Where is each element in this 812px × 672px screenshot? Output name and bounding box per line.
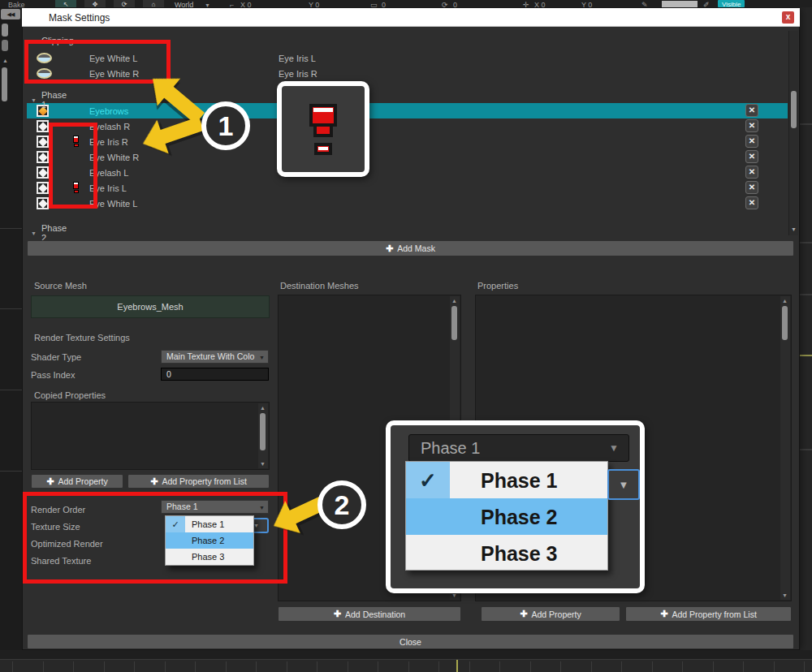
scroll-down-icon[interactable]: ▼ (782, 592, 788, 598)
plus-icon: ✚ (334, 609, 341, 619)
ruler-tick (591, 661, 592, 672)
remove-mask-button[interactable]: ✕ (745, 119, 758, 132)
plus-icon: ✚ (46, 476, 54, 487)
coordinate-field[interactable]: 0 (382, 0, 386, 7)
timeline-ruler[interactable] (0, 659, 812, 672)
scrollbar-thumb[interactable] (451, 306, 457, 340)
ruler-tick (438, 661, 439, 672)
ruler-tick (104, 661, 105, 672)
destination-meshes-header: Destination Meshes (280, 281, 359, 291)
annotation-box-warnings (49, 123, 97, 209)
add-mask-label: Add Mask (397, 243, 435, 253)
add-property-button[interactable]: ✚ Add Property (31, 474, 123, 489)
mask-visibility-checkbox[interactable] (37, 120, 49, 132)
scroll-down-icon[interactable]: ▼ (451, 592, 457, 598)
scroll-down-icon[interactable]: ▼ (260, 461, 266, 467)
plus-icon: ✚ (520, 609, 527, 619)
color-swatch[interactable] (662, 1, 698, 7)
scroll-down-icon[interactable]: ▼ (791, 226, 797, 232)
scrollbar-thumb[interactable] (260, 413, 266, 450)
scroll-up-icon[interactable]: ▲ (260, 405, 266, 411)
scroll-up-icon[interactable]: ▲ (2, 58, 8, 63)
grid-line (0, 390, 22, 390)
grid-line (0, 471, 22, 472)
pass-index-input[interactable]: 0 (161, 368, 269, 381)
step-2-number: 2 (335, 489, 350, 521)
remove-mask-button[interactable]: ✕ (745, 104, 758, 117)
remove-mask-button[interactable]: ✕ (745, 166, 758, 179)
right-margin (800, 7, 812, 672)
plus-icon: ✚ (660, 609, 667, 619)
scroll-up-icon[interactable]: ▲ (782, 298, 788, 304)
sidebar-handle[interactable] (2, 40, 8, 51)
world-dropdown[interactable]: World (175, 0, 193, 7)
coordinate-field[interactable]: 0 (453, 0, 457, 7)
source-mesh-button[interactable]: Eyebrows_Mesh (31, 295, 270, 318)
grid-line (800, 242, 812, 243)
add-destination-button[interactable]: ✚ Add Destination (278, 606, 461, 622)
properties-add-property-button[interactable]: ✚ Add Property (481, 606, 620, 622)
mask-visibility-checkbox[interactable] (37, 136, 49, 148)
visible-toggle-button[interactable]: Visible (718, 0, 745, 7)
listbox-scrollbar[interactable]: ▲ ▼ (780, 296, 790, 600)
mask-row-eye-iris-l[interactable]: Eye Iris L✕ (27, 180, 788, 196)
remove-mask-button[interactable]: ✕ (745, 181, 758, 194)
scrollbar-thumb[interactable] (791, 91, 797, 128)
remove-mask-button[interactable]: ✕ (745, 196, 758, 209)
coordinate-field[interactable]: Y 0 (581, 0, 592, 7)
mask-row-eye-white-r[interactable]: Eye White R✕ (27, 149, 788, 165)
move-tool-button[interactable]: ✥ (84, 0, 106, 7)
grid-line (0, 308, 22, 309)
dialog-titlebar: Mask Settings x (22, 8, 800, 27)
home-tool-button[interactable]: ⌂ (143, 0, 164, 7)
inset-phase-menu: ✓Phase 1Phase 2Phase 3 (405, 461, 608, 571)
app-screen: Bake ↖ ✥ ⟳ ⌂ World ▼ ⌐ ▭ ⟳ ✛ X 0Y 000X 0… (0, 0, 812, 672)
pen-icon[interactable]: ✎ (641, 0, 648, 7)
mask-visibility-checkbox[interactable] (37, 151, 49, 163)
collapse-panel-button[interactable]: ◀◀ (1, 9, 20, 19)
coordinate-field[interactable]: X 0 (534, 0, 546, 7)
add-mask-button[interactable]: ✚ Add Mask (27, 240, 794, 256)
copied-properties-listbox[interactable]: ▲ ▼ (31, 402, 270, 470)
mask-visibility-checkbox[interactable] (37, 166, 49, 179)
ruler-tick (134, 661, 135, 672)
add-property-from-list-button[interactable]: ✚ Add Property from List (127, 474, 270, 489)
grid-line (800, 123, 812, 125)
diamond-icon (38, 122, 47, 131)
ruler-tick (287, 661, 287, 672)
rotate-tool-button[interactable]: ⟳ (114, 0, 135, 7)
diamond-icon (38, 168, 47, 177)
plus-icon: ✚ (150, 476, 158, 487)
group-header-phase-1[interactable]: ▼Phase 1 (31, 90, 67, 110)
phase-option-phase-3: Phase 3 (406, 535, 607, 571)
coordinate-field[interactable]: Y 0 (309, 0, 319, 7)
properties-add-property-from-list-button[interactable]: ✚ Add Property from List (625, 606, 792, 622)
ruler-tick (165, 661, 166, 672)
remove-mask-button[interactable]: ✕ (745, 150, 758, 163)
coordinate-field[interactable]: X 0 (240, 0, 252, 7)
mask-list-scrollbar[interactable]: ▼ (788, 31, 798, 235)
icon-part (313, 127, 333, 137)
remove-mask-button[interactable]: ✕ (745, 135, 758, 148)
mask-visibility-checkbox[interactable] (37, 182, 49, 194)
mask-row-eyelash-l[interactable]: Eyelash L✕ (27, 165, 788, 180)
plus-icon: ✚ (386, 243, 393, 254)
mask-visibility-checkbox[interactable] (37, 197, 49, 209)
eyedropper-icon[interactable]: ✐ (703, 0, 710, 7)
ruler-tick (774, 661, 775, 672)
cursor-tool-button[interactable]: ↖ (55, 0, 76, 7)
close-button[interactable]: Close (27, 634, 794, 649)
add-property-label: Add Property (531, 610, 581, 619)
mask-row-eye-white-l[interactable]: Eye White L✕ (27, 196, 788, 211)
ruler-tick (621, 661, 622, 672)
sidebar-scrollbar-thumb[interactable] (2, 67, 7, 101)
sidebar-handle[interactable] (2, 24, 8, 37)
annotation-box-clipping (24, 40, 171, 84)
dialog-close-button[interactable]: x (782, 11, 794, 24)
mask-row-eyebrows[interactable]: Eyebrows✕ (27, 103, 788, 118)
scroll-up-icon[interactable]: ▲ (451, 298, 457, 304)
listbox-scrollbar[interactable]: ▲ ▼ (258, 403, 268, 468)
shader-type-dropdown[interactable]: Main Texture With Colo ▼ (161, 350, 269, 364)
scrollbar-thumb[interactable] (782, 306, 788, 340)
pass-index-value: 0 (166, 369, 171, 379)
